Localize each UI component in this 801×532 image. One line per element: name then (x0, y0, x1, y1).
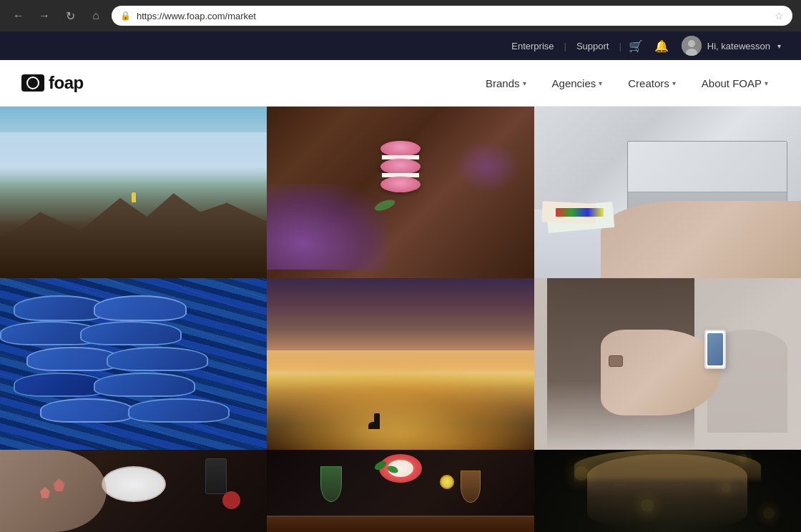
hair (547, 278, 694, 450)
back-button[interactable]: ← (9, 6, 29, 26)
herb-decoration (373, 197, 396, 213)
macaron-cream2 (382, 173, 419, 177)
laptop-bg (534, 107, 801, 278)
face-shape (587, 454, 747, 528)
lock-icon: 🔒 (120, 11, 131, 21)
home-button[interactable]: ⌂ (86, 6, 106, 26)
nav-agencies[interactable]: Agencies ▾ (541, 72, 614, 95)
hands (601, 201, 801, 278)
food2-bg (267, 450, 534, 532)
plate (102, 466, 166, 502)
photo-macarons[interactable] (267, 107, 534, 278)
phone-screen-display (707, 333, 723, 365)
boat6 (107, 347, 208, 371)
strawberry2 (40, 487, 50, 498)
user-menu[interactable]: Hi, katewesson ▾ (676, 36, 787, 56)
photo-food2[interactable] (267, 450, 534, 532)
about-chevron: ▾ (765, 79, 768, 87)
browser-chrome: ← → ↻ ⌂ 🔒 https://www.foap.com/market ☆ (0, 0, 801, 31)
boat10 (128, 398, 230, 423)
logo-camera-icon (21, 74, 44, 92)
horizon-glow (267, 350, 534, 385)
nav-creators[interactable]: Creators ▾ (616, 72, 687, 95)
watch (609, 355, 623, 367)
dragonfruit-flesh (388, 460, 413, 477)
photo-city[interactable] (267, 278, 534, 450)
agencies-label: Agencies (552, 77, 596, 89)
boat4 (80, 321, 182, 345)
city-glow-right (267, 373, 534, 450)
creators-chevron: ▾ (672, 79, 676, 87)
avatar (682, 36, 702, 56)
user-menu-chevron: ▾ (777, 42, 781, 50)
cutting-board (267, 516, 534, 532)
boat8 (94, 373, 195, 397)
separator-1: | (564, 41, 566, 51)
reload-button[interactable]: ↻ (60, 6, 80, 26)
boat5 (26, 347, 120, 371)
city-glow-left (267, 355, 534, 450)
photo-mountain[interactable] (0, 107, 267, 278)
cocktail2 (461, 471, 481, 503)
bg-blur (534, 278, 801, 450)
nav-about[interactable]: About FOAP ▾ (690, 72, 780, 95)
laptop-screen (628, 142, 787, 192)
lemon-slice (440, 475, 454, 489)
macaron-bottom (380, 177, 421, 192)
boat-lines (0, 278, 267, 450)
utility-bar: Enterprise | Support | 🛒 🔔 Hi, katewesso… (0, 31, 801, 60)
boat9 (40, 398, 134, 423)
macarons-bg (267, 107, 534, 278)
cocktail1 (320, 466, 342, 502)
boat1 (14, 295, 107, 321)
paper1 (546, 202, 615, 233)
forward-button[interactable]: → (34, 6, 54, 26)
nav-items: Brands ▾ Agencies ▾ Creators ▾ About FOA… (474, 72, 780, 95)
portrait-bg (534, 450, 801, 532)
cart-icon[interactable]: 🛒 (624, 39, 647, 53)
user-name-label: Hi, katewesson (707, 41, 770, 51)
photo-phone[interactable] (534, 278, 801, 450)
support-link[interactable]: Support (569, 41, 616, 51)
city-bg (267, 278, 534, 450)
svg-point-1 (688, 40, 695, 47)
glasses-right (673, 478, 684, 486)
mint2 (386, 465, 399, 475)
notification-icon[interactable]: 🔔 (650, 39, 673, 53)
brands-chevron: ▾ (523, 79, 526, 87)
bokeh-light-1 (574, 466, 589, 481)
photo-portrait[interactable] (534, 450, 801, 532)
bokeh-light-5 (763, 508, 775, 519)
logo[interactable]: foap (21, 73, 84, 93)
figure-head (368, 422, 378, 429)
desk-surface (534, 210, 801, 278)
macaron-cream1 (382, 155, 419, 159)
nav-brands[interactable]: Brands ▾ (474, 72, 538, 95)
boats-bg (0, 278, 267, 450)
boat7 (14, 373, 107, 397)
glasses-left (614, 478, 626, 486)
mountain-bg (0, 107, 267, 278)
jar (205, 458, 227, 494)
address-bar[interactable]: 🔒 https://www.foap.com/market ☆ (112, 6, 792, 26)
brands-label: Brands (486, 77, 520, 89)
photo-grid-row2 (0, 278, 801, 450)
prep-hands (0, 450, 107, 532)
boat2 (0, 321, 102, 345)
enterprise-link[interactable]: Enterprise (504, 41, 561, 51)
macaron-mid (380, 159, 421, 174)
person-silhouette (132, 192, 136, 202)
mountain-mist (0, 132, 267, 192)
bookmark-icon[interactable]: ☆ (775, 10, 784, 21)
bokeh-light-3 (641, 499, 654, 512)
photo-food1[interactable] (0, 450, 267, 532)
phone-device (704, 330, 726, 369)
photo-laptop[interactable] (534, 107, 801, 278)
mountain-rocks (0, 184, 267, 278)
agencies-chevron: ▾ (599, 79, 602, 87)
paper2 (541, 201, 596, 225)
mint1 (373, 459, 388, 472)
sauce-drop (222, 491, 240, 509)
photo-boats[interactable] (0, 278, 267, 450)
flowers-right (454, 141, 521, 192)
